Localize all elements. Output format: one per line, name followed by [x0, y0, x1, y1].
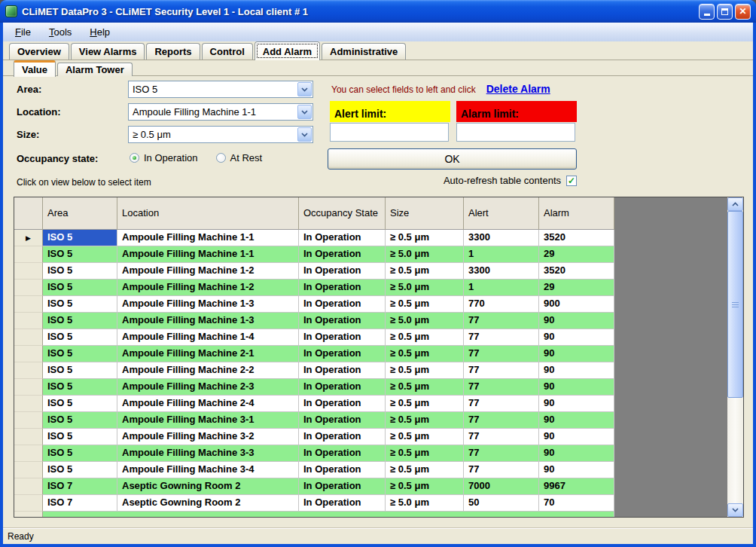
cell-alert[interactable]: 77	[464, 445, 539, 462]
cell-location[interactable]: Ampoule Filling Machine 3-4	[117, 462, 299, 478]
row-selector[interactable]	[14, 329, 43, 346]
cell-area[interactable]: ISO 5	[43, 313, 117, 329]
cell-area[interactable]: ISO 5	[43, 429, 117, 445]
cell-size[interactable]: ≥ 0.5 μm	[386, 263, 464, 280]
cell-location[interactable]: Ampoule Filling Machine 3-3	[117, 445, 299, 462]
cell-alarm[interactable]: 90	[539, 379, 614, 396]
cell-location[interactable]: Aseptic Gowning Room 2	[117, 495, 299, 512]
tab-overview[interactable]: Overview	[9, 43, 69, 60]
cell-size[interactable]: ≥ 5.0 μm	[386, 313, 464, 329]
ok-button[interactable]: OK	[328, 148, 577, 170]
cell-state[interactable]: In Operation	[299, 445, 386, 462]
cell-alert[interactable]: 1	[464, 280, 539, 296]
cell-size[interactable]: ≥ 0.5 μm	[386, 462, 464, 478]
cell-state[interactable]: In Operation	[299, 495, 386, 512]
cell-area[interactable]: ISO 5	[43, 362, 117, 379]
cell-alarm[interactable]: 90	[539, 412, 614, 429]
cell-alert[interactable]: 77	[464, 362, 539, 379]
cell-size[interactable]: ≥ 0.5 μm	[386, 230, 464, 246]
menu-item-help[interactable]: Help	[81, 24, 119, 41]
cell-state[interactable]: In Operation	[299, 280, 386, 296]
cell-location[interactable]: Ampoule Filling Machine 3-2	[117, 429, 299, 445]
autorefresh-checkbox[interactable]: ✓	[566, 176, 577, 186]
cell-state[interactable]: In Operation	[299, 379, 386, 396]
cell-state[interactable]: In Operation	[299, 230, 386, 246]
cell-area[interactable]: ISO 5	[43, 246, 117, 263]
cell-area[interactable]: ISO 5	[43, 412, 117, 429]
cell-area[interactable]: ISO 5	[43, 346, 117, 362]
column-header-size[interactable]: Size	[386, 197, 464, 230]
tab-view-alarms[interactable]: View Alarms	[71, 43, 145, 60]
menu-item-file[interactable]: File	[6, 24, 40, 41]
row-selector[interactable]	[14, 362, 43, 379]
column-header-alarm[interactable]: Alarm	[539, 197, 614, 230]
cell-alarm[interactable]: 90	[539, 346, 614, 362]
cell-state[interactable]: In Operation	[299, 296, 386, 313]
radio-in-operation[interactable]	[130, 153, 139, 163]
row-selector[interactable]	[14, 462, 43, 478]
maximize-button[interactable]	[717, 4, 733, 20]
cell-area[interactable]: ISO 5	[43, 445, 117, 462]
cell-size[interactable]: ≥ 0.5 μm	[386, 362, 464, 379]
cell-alert[interactable]: 3300	[464, 230, 539, 246]
row-selector[interactable]	[14, 346, 43, 362]
row-selector[interactable]	[14, 412, 43, 429]
cell-alarm[interactable]: 90	[539, 313, 614, 329]
cell-state[interactable]: In Operation	[299, 478, 386, 495]
table-row[interactable]: ISO 5Ampoule Filling Machine 3-2In Opera…	[14, 429, 614, 445]
cell-alarm[interactable]: 70	[539, 495, 614, 512]
row-selector[interactable]	[14, 396, 43, 412]
chevron-down-icon[interactable]	[297, 127, 312, 142]
cell-alarm[interactable]: 90	[539, 329, 614, 346]
cell-location[interactable]: Ampoule Filling Machine 3-1	[117, 412, 299, 429]
cell-location[interactable]: Ampoule Filling Machine 2-3	[117, 379, 299, 396]
cell-size[interactable]: ≥ 0.5 μm	[386, 445, 464, 462]
cell-state[interactable]: In Operation	[299, 246, 386, 263]
cell-location[interactable]: Ampoule Filling Machine 1-3	[117, 296, 299, 313]
row-selector[interactable]	[14, 429, 43, 445]
cell-size[interactable]: ≥ 5.0 μm	[386, 246, 464, 263]
cell-size[interactable]: ≥ 0.5 μm	[386, 478, 464, 495]
cell-location[interactable]: Ampoule Filling Machine 1-2	[117, 263, 299, 280]
table-row[interactable]: ISO 5Ampoule Filling Machine 3-1In Opera…	[14, 412, 614, 429]
table-row[interactable]: ISO 5Ampoule Filling Machine 1-2In Opera…	[14, 263, 614, 280]
cell-location[interactable]: Ampoule Filling Machine 1-1	[117, 230, 299, 246]
cell-alert[interactable]: 77	[464, 379, 539, 396]
cell-state[interactable]: In Operation	[299, 329, 386, 346]
column-header-location[interactable]: Location	[117, 197, 299, 230]
cell-area[interactable]: ISO 5	[43, 379, 117, 396]
cell-state[interactable]: In Operation	[299, 313, 386, 329]
cell-state[interactable]: In Operation	[299, 263, 386, 280]
cell-alarm[interactable]: 3520	[539, 230, 614, 246]
table-row[interactable]: ISO 5Ampoule Filling Machine 2-1In Opera…	[14, 346, 614, 362]
cell-size[interactable]: ≥ 0.5 μm	[386, 396, 464, 412]
table-row[interactable]: ISO 7Aseptic Gowning Room 2In Operation≥…	[14, 478, 614, 495]
cell-size[interactable]: ≥ 0.5 μm	[386, 346, 464, 362]
column-header-occupancy-state[interactable]: Occupancy State	[299, 197, 386, 230]
cell-size[interactable]: ≥ 0.5 μm	[386, 329, 464, 346]
cell-alarm[interactable]: 90	[539, 462, 614, 478]
cell-state[interactable]: In Operation	[299, 346, 386, 362]
cell-alarm[interactable]: 90	[539, 445, 614, 462]
column-header-area[interactable]: Area	[43, 197, 117, 230]
cell-alarm[interactable]: 29	[539, 246, 614, 263]
cell-location[interactable]: Ampoule Filling Machine 1-1	[117, 246, 299, 263]
cell-alert[interactable]: 77	[464, 462, 539, 478]
cell-area[interactable]: ISO 5	[43, 462, 117, 478]
cell-size[interactable]: ≥ 5.0 μm	[386, 495, 464, 512]
row-selector[interactable]	[14, 280, 43, 296]
radio-at-rest[interactable]	[216, 153, 226, 163]
cell-alert[interactable]: 77	[464, 429, 539, 445]
cell-alert[interactable]: 77	[464, 313, 539, 329]
cell-alarm[interactable]: 9967	[539, 478, 614, 495]
vertical-scrollbar[interactable]	[727, 197, 743, 517]
cell-state[interactable]: In Operation	[299, 462, 386, 478]
table-row[interactable]: ISO 5Ampoule Filling Machine 1-4In Opera…	[14, 329, 614, 346]
table-row[interactable]: ISO 5Ampoule Filling Machine 2-4In Opera…	[14, 396, 614, 412]
current-row-indicator[interactable]: ▶	[14, 230, 43, 246]
cell-alert[interactable]: 770	[464, 296, 539, 313]
cell-location[interactable]: Aseptic Gowning Room 2	[117, 478, 299, 495]
scroll-down-button[interactable]	[727, 503, 743, 517]
table-row[interactable]: ISO 5Ampoule Filling Machine 1-3In Opera…	[14, 313, 614, 329]
cell-area[interactable]: ISO 5	[43, 280, 117, 296]
